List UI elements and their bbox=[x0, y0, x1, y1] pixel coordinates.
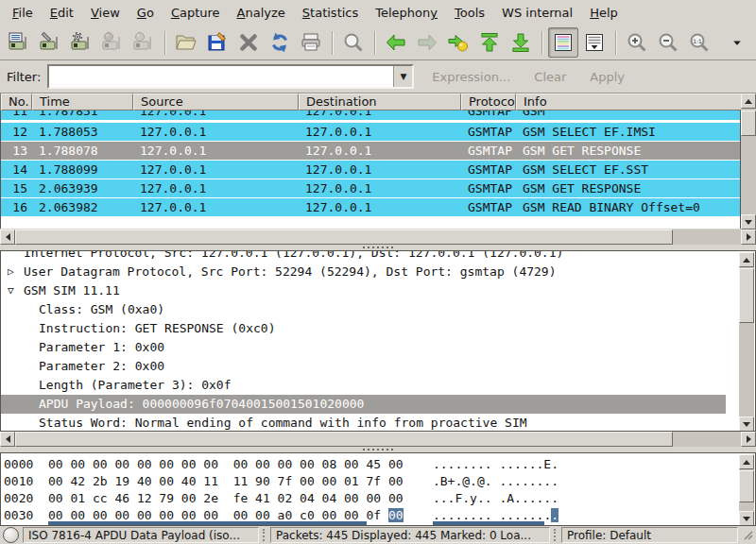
menu-ws-internal[interactable]: WS internal bbox=[493, 1, 581, 25]
open-file-button[interactable] bbox=[171, 27, 201, 58]
scroll-thumb[interactable] bbox=[739, 268, 754, 323]
capture-start-button[interactable] bbox=[66, 27, 96, 58]
window-resize-grip[interactable] bbox=[742, 529, 753, 542]
hex-row[interactable]: 0010 00 42 2b 19 40 00 40 11 11 90 7f 00… bbox=[1, 473, 755, 490]
column-header-time[interactable]: Time bbox=[32, 94, 133, 110]
filter-input[interactable] bbox=[49, 66, 393, 87]
auto-scroll-button[interactable] bbox=[579, 27, 610, 58]
dropdown-caret-button[interactable] bbox=[728, 27, 747, 58]
hex-row[interactable]: 0000 00 00 00 00 00 00 00 00 00 00 00 00… bbox=[1, 456, 755, 473]
clear-button[interactable]: Clear bbox=[528, 66, 572, 88]
column-header-protocol[interactable]: Protocol bbox=[461, 94, 516, 110]
scroll-left-button[interactable] bbox=[0, 230, 15, 245]
scroll-thumb[interactable] bbox=[15, 432, 673, 447]
go-top-button[interactable] bbox=[474, 27, 505, 58]
reload-button[interactable] bbox=[265, 27, 295, 58]
scroll-left-button[interactable] bbox=[0, 432, 15, 447]
detail-line[interactable]: Instruction: GET RESPONSE (0xc0) bbox=[1, 319, 726, 338]
packet-row[interactable]: 111.787851127.0.0.1127.0.0.1GSMTAPGSM bbox=[1, 110, 740, 121]
hex-bytes: 00 00 00 00 08 00 45 00 bbox=[233, 457, 404, 471]
packet-counts-text: Packets: 445 Displayed: 445 Marked: 0 Lo… bbox=[276, 529, 531, 542]
menu-view[interactable]: View bbox=[82, 1, 129, 25]
menu-edit[interactable]: Edit bbox=[42, 1, 82, 25]
scroll-right-button[interactable] bbox=[741, 230, 756, 245]
up-arrow-icon bbox=[745, 99, 752, 104]
menu-tools[interactable]: Tools bbox=[446, 1, 493, 25]
grip-dot bbox=[363, 449, 365, 450]
go-back-button[interactable] bbox=[381, 27, 411, 58]
scroll-up-button[interactable] bbox=[739, 454, 754, 469]
print-button[interactable] bbox=[296, 27, 326, 58]
scroll-thumb[interactable] bbox=[15, 230, 673, 245]
cell-no: 12 bbox=[1, 123, 32, 141]
zoom-in-button[interactable] bbox=[622, 27, 652, 58]
menu-help[interactable]: Help bbox=[581, 1, 627, 25]
go-forward-button[interactable] bbox=[412, 27, 442, 58]
scroll-right-button[interactable] bbox=[741, 432, 756, 447]
toolbar-separator bbox=[374, 31, 376, 55]
details-hscrollbar[interactable] bbox=[0, 432, 756, 447]
scroll-down-button[interactable] bbox=[739, 511, 754, 526]
scroll-down-button[interactable] bbox=[741, 214, 756, 230]
packet-row[interactable]: 152.063939127.0.0.1127.0.0.1GSMTAPGSM GE… bbox=[1, 179, 740, 198]
go-bottom-button[interactable] bbox=[506, 27, 536, 58]
packet-row[interactable]: 162.063982127.0.0.1127.0.0.1GSMTAPGSM RE… bbox=[1, 198, 740, 217]
scroll-thumb[interactable] bbox=[741, 110, 756, 136]
detail-line[interactable]: ▷User Datagram Protocol, Src Port: 52294… bbox=[1, 263, 726, 281]
detail-line[interactable]: Class: GSM (0xa0) bbox=[1, 300, 726, 319]
packet-list-vscrollbar[interactable] bbox=[741, 94, 756, 230]
scroll-thumb[interactable] bbox=[739, 470, 754, 502]
hex-vscrollbar[interactable] bbox=[739, 454, 754, 526]
detail-line[interactable]: Parameter 2: 0x00 bbox=[1, 357, 726, 376]
column-header-destination[interactable]: Destination bbox=[299, 94, 461, 110]
apply-button[interactable]: Apply bbox=[584, 66, 630, 88]
colorize-button[interactable] bbox=[548, 27, 578, 58]
detail-line[interactable]: Parameter 1: 0x00 bbox=[1, 338, 726, 357]
scroll-up-button[interactable] bbox=[741, 94, 756, 109]
expander-expanded-icon[interactable]: ▽ bbox=[8, 281, 21, 300]
close-file-button[interactable] bbox=[233, 27, 264, 58]
detail-line[interactable]: Length (Parameter 3): 0x0f bbox=[1, 376, 726, 395]
capture-stop-button[interactable] bbox=[97, 27, 128, 58]
menu-statistics[interactable]: Statistics bbox=[294, 1, 367, 25]
detail-line[interactable]: Internet Protocol, Src: 127.0.0.1 (127.0… bbox=[1, 251, 726, 263]
menu-capture[interactable]: Capture bbox=[163, 1, 229, 25]
column-header-no[interactable]: No. bbox=[1, 94, 32, 110]
statusbar-grip[interactable] bbox=[554, 529, 558, 541]
packet-row[interactable]: 141.788099127.0.0.1127.0.0.1GSMTAPGSM SE… bbox=[1, 161, 740, 179]
scroll-down-button[interactable] bbox=[739, 416, 754, 432]
go-to-packet-button[interactable] bbox=[443, 27, 473, 58]
grip-dot bbox=[387, 449, 388, 450]
capture-restart-button[interactable] bbox=[129, 27, 159, 58]
menu-file[interactable]: File bbox=[4, 1, 42, 25]
packet-row[interactable]: 131.788078127.0.0.1127.0.0.1GSMTAPGSM GE… bbox=[1, 142, 740, 161]
expert-info-icon[interactable] bbox=[3, 527, 19, 543]
save-file-button[interactable] bbox=[202, 27, 232, 58]
profile-status[interactable]: Profile: Default bbox=[561, 527, 738, 543]
menu-go[interactable]: Go bbox=[129, 1, 163, 25]
detail-line[interactable]: Status Word: Normal ending of command wi… bbox=[1, 414, 726, 432]
column-header-source[interactable]: Source bbox=[133, 94, 299, 110]
scroll-up-button[interactable] bbox=[739, 252, 754, 267]
interface-list-button[interactable] bbox=[4, 27, 34, 58]
capture-options-button[interactable] bbox=[35, 27, 65, 58]
expander-collapsed-icon[interactable]: ▷ bbox=[8, 263, 21, 281]
zoom-100-button[interactable]: 1:1 bbox=[684, 27, 714, 58]
detail-line[interactable]: ▽GSM SIM 11.11 bbox=[1, 281, 726, 300]
filter-dropdown-button[interactable]: ▼ bbox=[393, 66, 412, 87]
cell-protocol: GSMTAP bbox=[461, 161, 516, 178]
cell-time: 2.063939 bbox=[32, 179, 133, 197]
detail-line[interactable]: APDU Payload: 000000096f0704001500150102… bbox=[1, 395, 726, 414]
hex-row[interactable]: 0020 00 01 cc 46 12 79 00 2e fe 41 02 04… bbox=[1, 490, 755, 507]
menu-analyze[interactable]: Analyze bbox=[229, 1, 294, 25]
cell-destination: 127.0.0.1 bbox=[299, 161, 461, 178]
menu-telephony[interactable]: Telephony bbox=[367, 1, 446, 25]
details-vscrollbar[interactable] bbox=[739, 252, 754, 432]
statusbar-grip[interactable] bbox=[263, 529, 266, 541]
packet-list-hscrollbar[interactable] bbox=[0, 230, 756, 245]
expression-button[interactable]: Expression... bbox=[426, 66, 516, 88]
zoom-out-button[interactable] bbox=[653, 27, 683, 58]
packet-row[interactable]: 121.788053127.0.0.1127.0.0.1GSMTAPGSM SE… bbox=[1, 123, 740, 142]
column-header-info[interactable]: Info bbox=[516, 94, 742, 110]
find-button[interactable] bbox=[338, 27, 369, 58]
